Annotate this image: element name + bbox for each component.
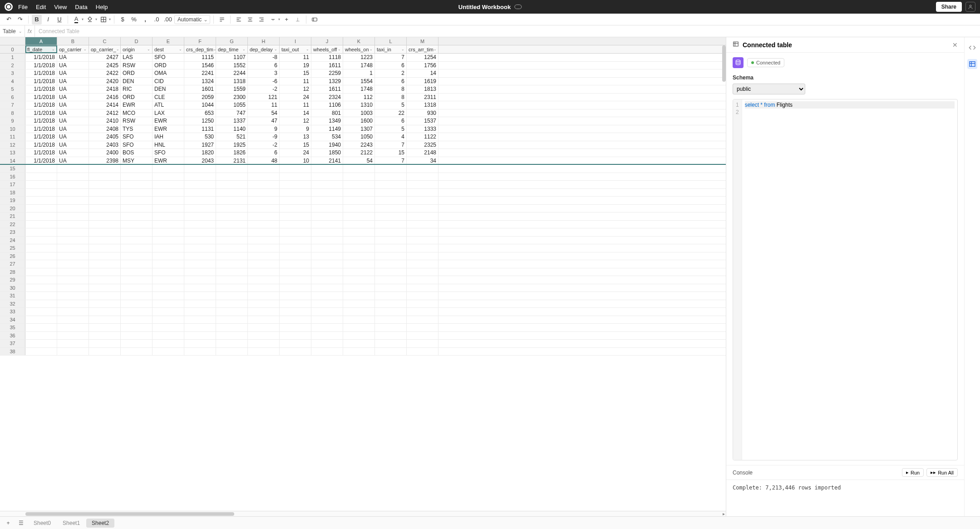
text-color-button[interactable]: A <box>71 15 81 25</box>
cell[interactable]: RSW <box>121 117 153 125</box>
field-header-crs_dep_tim[interactable]: crs_dep_tim⌄ <box>184 45 216 53</box>
cell[interactable]: 4 <box>375 133 407 141</box>
cell[interactable] <box>153 228 184 236</box>
cell[interactable] <box>248 300 280 308</box>
cell[interactable] <box>184 300 216 308</box>
cell[interactable] <box>121 284 153 292</box>
cell[interactable]: 1149 <box>311 125 343 133</box>
cell[interactable] <box>343 316 375 324</box>
cell[interactable] <box>121 221 153 228</box>
cell[interactable]: 19 <box>280 62 311 69</box>
cell[interactable] <box>25 228 57 236</box>
cell[interactable]: 1318 <box>216 78 248 85</box>
cell[interactable]: 1/1/2018 <box>25 69 57 77</box>
cell[interactable]: 1333 <box>407 125 438 133</box>
cell[interactable] <box>89 252 121 260</box>
cell[interactable] <box>280 244 311 252</box>
cell[interactable]: 1106 <box>311 101 343 109</box>
cell[interactable]: 1118 <box>311 54 343 61</box>
cell[interactable]: 13 <box>280 133 311 141</box>
cell[interactable] <box>248 332 280 340</box>
cell[interactable] <box>311 292 343 300</box>
cell[interactable]: CID <box>153 78 184 85</box>
cell[interactable] <box>184 348 216 356</box>
cell[interactable] <box>311 228 343 236</box>
cell[interactable]: 1337 <box>216 117 248 125</box>
cell[interactable] <box>343 252 375 260</box>
cell[interactable] <box>343 324 375 331</box>
cell[interactable] <box>25 197 57 204</box>
currency-button[interactable]: $ <box>118 15 128 25</box>
row-header[interactable]: 12 <box>0 141 25 149</box>
cell[interactable] <box>375 252 407 260</box>
cell[interactable]: 1/1/2018 <box>25 141 57 149</box>
cell[interactable] <box>280 268 311 276</box>
cell[interactable]: 7 <box>375 54 407 61</box>
cell[interactable]: UA <box>57 78 89 85</box>
cell[interactable] <box>184 340 216 347</box>
cell[interactable] <box>153 276 184 284</box>
cell[interactable] <box>311 165 343 173</box>
cell[interactable] <box>57 332 89 340</box>
cell[interactable]: 1552 <box>216 62 248 69</box>
cell[interactable] <box>343 165 375 173</box>
cell[interactable]: 1748 <box>343 85 375 93</box>
cell[interactable] <box>280 181 311 188</box>
cell[interactable] <box>375 284 407 292</box>
cell[interactable] <box>343 237 375 244</box>
cell[interactable] <box>280 284 311 292</box>
cell[interactable] <box>57 316 89 324</box>
wrap-text-button[interactable] <box>217 15 227 25</box>
cell[interactable] <box>153 316 184 324</box>
formula-input[interactable]: Connected Table <box>35 28 980 35</box>
cell[interactable] <box>343 348 375 356</box>
cell[interactable]: DEN <box>121 78 153 85</box>
cell[interactable] <box>248 260 280 268</box>
cell[interactable] <box>375 340 407 347</box>
cell[interactable]: 11 <box>280 78 311 85</box>
cell[interactable] <box>248 324 280 331</box>
cell[interactable] <box>153 324 184 331</box>
row-header[interactable]: 21 <box>0 213 25 220</box>
cell[interactable]: UA <box>57 85 89 93</box>
cell[interactable]: 15 <box>280 141 311 149</box>
cell[interactable] <box>407 221 438 228</box>
cell[interactable] <box>280 276 311 284</box>
col-header-G[interactable]: G <box>216 37 248 45</box>
menu-file[interactable]: File <box>18 4 28 10</box>
cell[interactable]: 1055 <box>216 101 248 109</box>
field-header-dep_time[interactable]: dep_time⌄ <box>216 45 248 53</box>
cell[interactable] <box>280 228 311 236</box>
cell[interactable] <box>216 205 248 213</box>
cell[interactable] <box>153 244 184 252</box>
menu-data[interactable]: Data <box>75 4 87 10</box>
cell[interactable] <box>311 324 343 331</box>
cell[interactable]: 1/1/2018 <box>25 78 57 85</box>
cell[interactable]: 1 <box>343 69 375 77</box>
undo-button[interactable]: ↶ <box>4 15 14 25</box>
cell[interactable] <box>343 308 375 316</box>
row-header[interactable]: 20 <box>0 205 25 213</box>
cell[interactable] <box>89 332 121 340</box>
cell[interactable] <box>121 165 153 173</box>
cell[interactable]: 7 <box>375 157 407 164</box>
cell[interactable]: 2418 <box>89 85 121 93</box>
cell[interactable] <box>407 276 438 284</box>
cell[interactable] <box>184 189 216 197</box>
table-rail-button[interactable] <box>967 59 977 69</box>
cell[interactable] <box>25 244 57 252</box>
cell[interactable] <box>216 324 248 331</box>
cell[interactable] <box>25 308 57 316</box>
cell[interactable] <box>375 260 407 268</box>
cell[interactable] <box>375 300 407 308</box>
cell[interactable] <box>153 213 184 220</box>
sheet-tab-sheet0[interactable]: Sheet0 <box>28 519 56 528</box>
cell[interactable] <box>280 292 311 300</box>
cell[interactable] <box>25 252 57 260</box>
row-zero-header[interactable]: 0 <box>0 45 25 53</box>
cell[interactable] <box>216 252 248 260</box>
menu-view[interactable]: View <box>54 4 67 10</box>
cell[interactable]: 1/1/2018 <box>25 149 57 157</box>
cell[interactable] <box>407 228 438 236</box>
cell[interactable] <box>216 332 248 340</box>
